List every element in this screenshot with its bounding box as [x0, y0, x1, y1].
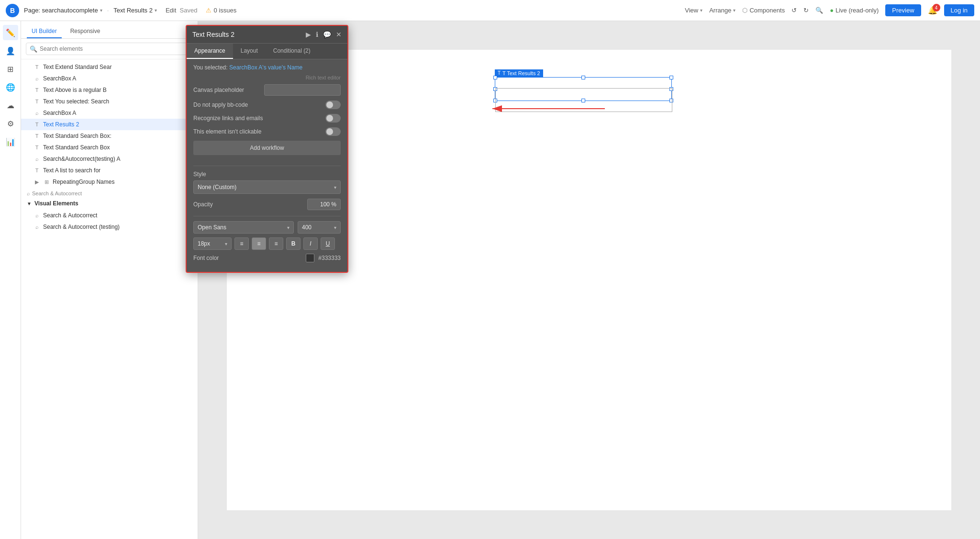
- preview-label: Preview: [892, 7, 914, 14]
- text-results-selector[interactable]: Text Results 2 ▾: [113, 7, 157, 14]
- color-picker[interactable]: #333333: [306, 254, 341, 262]
- canvas-placeholder-label: Canvas placeholder: [193, 87, 244, 93]
- list-item-active[interactable]: T Text Results 2: [21, 119, 198, 130]
- text-type-icon: T: [498, 70, 501, 76]
- opacity-value[interactable]: 100 %: [307, 199, 341, 210]
- section-visual-elements[interactable]: ▼ Visual Elements: [21, 197, 198, 210]
- issues-indicator[interactable]: ⚠ 0 issues: [206, 7, 236, 14]
- tab-responsive[interactable]: Responsive: [66, 25, 105, 38]
- icon-bar-settings[interactable]: ⚙: [3, 116, 18, 131]
- sidebar: UI Builder Responsive 🔍 T Text Extend St…: [21, 21, 198, 539]
- not-clickable-label: This element isn't clickable: [193, 128, 261, 135]
- font-select[interactable]: Open Sans ▾: [193, 221, 294, 234]
- handle-top-left[interactable]: [493, 76, 497, 79]
- arrange-menu[interactable]: Arrange ▾: [709, 7, 735, 14]
- bb-code-row: Do not apply bb-code: [193, 101, 341, 109]
- undo-button[interactable]: ↺: [791, 7, 797, 14]
- align-left-button[interactable]: ≡: [234, 237, 249, 250]
- tab-layout[interactable]: Layout: [233, 44, 266, 59]
- preview-button[interactable]: Preview: [885, 4, 921, 16]
- components-menu[interactable]: ⬡ Components: [742, 7, 785, 14]
- canvas-selection-box[interactable]: [495, 77, 672, 101]
- tab-conditional[interactable]: Conditional (2): [266, 44, 318, 59]
- item-label: Text Standard Search Box: [43, 144, 110, 151]
- list-item[interactable]: T Text You selected: Search: [21, 96, 198, 107]
- text-icon: T: [33, 133, 40, 139]
- components-label: Components: [749, 7, 785, 14]
- search-button[interactable]: 🔍: [815, 7, 823, 14]
- logo[interactable]: B: [6, 4, 19, 17]
- list-item[interactable]: ⌕ SearchBox A: [21, 107, 198, 119]
- sidebar-list: T Text Extend Standard Sear ⌕ SearchBox …: [21, 59, 198, 539]
- list-item[interactable]: T Text A list to search for: [21, 165, 198, 176]
- rich-text-label[interactable]: Rich text editor: [193, 75, 341, 80]
- bb-code-label: Do not apply bb-code: [193, 101, 248, 108]
- align-center-button[interactable]: ≡: [252, 237, 266, 250]
- bold-button[interactable]: B: [286, 237, 301, 250]
- visual-item[interactable]: ⌕ Search & Autocorrect: [21, 210, 198, 221]
- selected-text-row: You selected: SearchBox A's value's Name: [193, 64, 341, 71]
- notification-badge: 4: [933, 4, 940, 11]
- italic-button[interactable]: I: [303, 237, 318, 250]
- icon-bar-components[interactable]: 👤: [3, 43, 18, 58]
- not-clickable-toggle[interactable]: [325, 127, 341, 136]
- handle-top-right[interactable]: [669, 76, 673, 79]
- icon-bar-analytics[interactable]: 📊: [3, 134, 18, 149]
- live-indicator[interactable]: ● Live (read-only): [830, 7, 879, 14]
- font-chevron-icon: ▾: [287, 225, 290, 230]
- play-icon[interactable]: ▶: [306, 31, 311, 38]
- view-menu[interactable]: View ▾: [685, 7, 702, 14]
- search-input[interactable]: [26, 43, 193, 55]
- saved-label: Saved: [180, 7, 198, 14]
- selected-link[interactable]: SearchBox A's value's Name: [229, 64, 302, 71]
- recognize-links-toggle[interactable]: [325, 114, 341, 123]
- weight-select[interactable]: 400 ▾: [298, 221, 341, 234]
- item-label: Text Extend Standard Sear: [43, 64, 111, 70]
- style-label: Style: [193, 171, 341, 178]
- style-chevron-icon: ▾: [334, 185, 336, 190]
- icon-bar-data[interactable]: ☁: [3, 98, 18, 113]
- info-icon[interactable]: ℹ: [316, 31, 318, 38]
- panel-header: Text Results 2 ▶ ℹ 💬 ✕: [187, 26, 347, 44]
- section-search[interactable]: ⌕ Search & Autocorrect: [21, 188, 198, 197]
- text-icon: T: [33, 145, 40, 150]
- list-item[interactable]: T Text Extend Standard Sear: [21, 61, 198, 73]
- underline-button[interactable]: U: [321, 237, 335, 250]
- color-swatch[interactable]: [306, 254, 314, 262]
- icon-bar-plugins[interactable]: ⊞: [3, 61, 18, 77]
- italic-label: I: [310, 240, 311, 247]
- list-item[interactable]: T Text Above is a regular B: [21, 84, 198, 96]
- list-item[interactable]: T Text Standard Search Box: [21, 142, 198, 153]
- style-dropdown[interactable]: None (Custom) ▾: [193, 180, 341, 194]
- close-icon[interactable]: ✕: [336, 31, 342, 38]
- align-right-button[interactable]: ≡: [269, 237, 283, 250]
- recognize-links-row: Recognize links and emails: [193, 114, 341, 123]
- list-item[interactable]: ⌕ Search&Autocorrect(testing) A: [21, 153, 198, 165]
- item-label: RepeatingGroup Names: [53, 179, 114, 185]
- edit-saved-status: Edit Saved: [166, 7, 198, 14]
- login-button[interactable]: Log in: [944, 4, 974, 16]
- tab-appearance[interactable]: Appearance: [187, 44, 233, 59]
- comment-icon[interactable]: 💬: [323, 31, 331, 38]
- opacity-row: Opacity 100 %: [193, 199, 341, 210]
- icon-bar-edit[interactable]: ✏️: [3, 25, 18, 40]
- redo-button[interactable]: ↻: [803, 7, 809, 14]
- visual-item[interactable]: ⌕ Search & Autocorrect (testing): [21, 221, 198, 233]
- canvas-element[interactable]: T T Text Results 2: [495, 69, 672, 101]
- live-icon: ●: [830, 7, 834, 14]
- list-item[interactable]: ⌕ SearchBox A: [21, 73, 198, 84]
- list-item[interactable]: T Text Standard Search Box:: [21, 130, 198, 142]
- icon-bar-styles[interactable]: 🌐: [3, 79, 18, 95]
- handle-top-mid[interactable]: [581, 76, 585, 79]
- item-label: Text Results 2: [43, 121, 79, 128]
- add-workflow-button[interactable]: Add workflow: [193, 141, 341, 155]
- issues-count: 0 issues: [213, 7, 236, 14]
- page-selector[interactable]: Page: searchautocomplete ▾: [24, 7, 102, 14]
- canvas-placeholder-input[interactable]: [264, 84, 341, 96]
- notification-area[interactable]: 🔔 4: [928, 6, 937, 15]
- list-item-group[interactable]: ▶ ⊞ RepeatingGroup Names: [21, 176, 198, 188]
- tab-ui-builder[interactable]: UI Builder: [27, 25, 62, 38]
- font-size-select[interactable]: 18px ▾: [193, 237, 232, 250]
- bb-code-toggle[interactable]: [325, 101, 341, 109]
- item-label: Search & Autocorrect (testing): [43, 224, 120, 230]
